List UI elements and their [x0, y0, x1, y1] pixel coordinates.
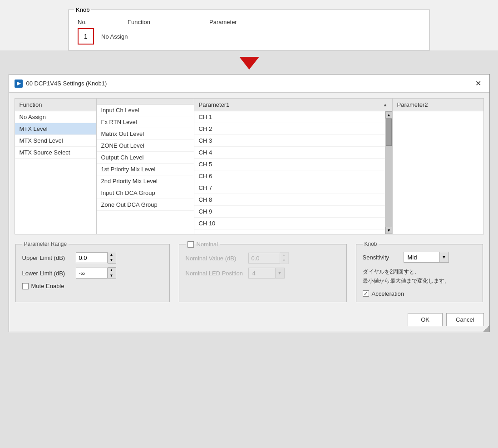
middle-item-input-ch-level[interactable]: Input Ch Level [97, 105, 194, 116]
knob-col-parameter: Parameter [209, 19, 237, 25]
dialog-titlebar: ▶ 00 DCP1V4S Settings (Knob1) ✕ [9, 75, 489, 93]
function-item-mtx-source-select[interactable]: MTX Source Select [15, 147, 96, 159]
function-list: No Assign MTX Level MTX Send Level MTX S… [15, 111, 96, 159]
knob-description: ダイヤルを2周回すと、 最小値から最大値まで変化します。 [363, 267, 476, 286]
param1-scrollbar: ▲ ▼ [385, 111, 392, 234]
lower-limit-label: Lower Limit (dB) [22, 270, 72, 277]
sensitivity-label: Sensitivity [363, 254, 399, 261]
param1-ch6[interactable]: CH 6 [194, 170, 385, 182]
upper-limit-spinners: ▲ ▼ [108, 252, 116, 264]
upper-limit-value[interactable] [76, 252, 108, 263]
lower-limit-input[interactable]: ▲ ▼ [76, 267, 116, 279]
param1-ch7[interactable]: CH 7 [194, 182, 385, 194]
mute-enable-row: Mute Enable [22, 283, 163, 289]
function-column: Function No Assign MTX Level MTX Send Le… [15, 99, 97, 234]
function-item-mtx-send-level[interactable]: MTX Send Level [15, 135, 96, 147]
upper-limit-label: Upper Limit (dB) [22, 254, 72, 261]
nominal-checkbox[interactable] [187, 241, 194, 248]
middle-column-header [97, 99, 194, 105]
acceleration-row: Acceleration [363, 290, 476, 297]
middle-item-1st-priority[interactable]: 1st Priority Mix Level [97, 164, 194, 175]
lower-limit-up[interactable]: ▲ [108, 268, 116, 273]
knob-number-cell[interactable]: 1 [78, 28, 94, 45]
lower-limit-spinners: ▲ ▼ [108, 267, 116, 279]
dialog-close-button[interactable]: ✕ [473, 78, 484, 89]
param1-ch3[interactable]: CH 3 [194, 135, 385, 147]
dialog-body: Function No Assign MTX Level MTX Send Le… [9, 93, 489, 308]
knob-col-function: Function [128, 19, 182, 25]
function-column-header: Function [15, 99, 96, 111]
middle-item-zone-out-dca[interactable]: Zone Out DCA Group [97, 199, 194, 211]
nominal-value-spinners: ▲ ▼ [280, 252, 289, 264]
scrollbar-down-btn[interactable]: ▼ [385, 227, 393, 234]
param2-column-header: Parameter2 [393, 99, 483, 111]
middle-item-matrix-out-level[interactable]: Matrix Out Level [97, 128, 194, 140]
param1-ch9[interactable]: CH 9 [194, 206, 385, 218]
middle-item-2nd-priority[interactable]: 2nd Priority Mix Level [97, 175, 194, 187]
cancel-button[interactable]: Cancel [446, 313, 483, 326]
down-arrow-icon [239, 57, 259, 70]
scrollbar-thumb[interactable] [386, 119, 392, 146]
middle-item-fx-rtn-level[interactable]: Fx RTN Level [97, 116, 194, 128]
knob-col-no: No. [78, 19, 100, 25]
param1-ch5[interactable]: CH 5 [194, 159, 385, 170]
param1-ch4[interactable]: CH 4 [194, 147, 385, 159]
nominal-value-input: ▲ ▼ [248, 252, 289, 264]
param-range-section: Parameter Range Upper Limit (dB) ▲ ▼ Low… [15, 241, 170, 302]
nominal-value-row: Nominal Value (dB) ▲ ▼ [186, 252, 340, 264]
down-arrow-section [0, 50, 498, 74]
upper-limit-down[interactable]: ▼ [108, 258, 116, 263]
upper-limit-input[interactable]: ▲ ▼ [76, 252, 116, 264]
nominal-led-dropdown-arrow: ▼ [276, 268, 285, 279]
dialog-icon: ▶ [15, 80, 23, 88]
nominal-value-label: Nominal Value (dB) [186, 255, 245, 262]
acceleration-checkbox[interactable] [363, 290, 369, 297]
param2-column: Parameter2 [393, 99, 483, 234]
middle-item-input-ch-dca[interactable]: Input Ch DCA Group [97, 187, 194, 199]
ok-button[interactable]: OK [408, 313, 443, 326]
knob-group-label: Knob [74, 6, 91, 13]
knob-function-value: No Assign [101, 33, 128, 40]
upper-limit-row: Upper Limit (dB) ▲ ▼ [22, 252, 163, 264]
nominal-title: Nominal [197, 241, 218, 248]
nominal-value-field [248, 253, 280, 264]
function-item-no-assign[interactable]: No Assign [15, 111, 96, 123]
sensitivity-select-wrapper: Mid ▼ [404, 252, 449, 263]
middle-column: Input Ch Level Fx RTN Level Matrix Out L… [97, 99, 194, 234]
middle-item-zone-out-level[interactable]: ZONE Out Level [97, 140, 194, 152]
param1-column-header: Parameter1 ▲ [194, 99, 392, 111]
lower-limit-down[interactable]: ▼ [108, 273, 116, 279]
knob-settings-section: Knob Sensitivity Mid ▼ ダイヤルを2周回すと、 最小値から… [356, 241, 483, 302]
sensitivity-row: Sensitivity Mid ▼ [363, 252, 476, 263]
acceleration-label: Acceleration [372, 290, 404, 297]
param1-ch1[interactable]: CH 1 [194, 111, 385, 123]
nominal-led-value: 4 [248, 268, 276, 279]
lower-limit-value[interactable] [76, 268, 108, 279]
middle-list: Input Ch Level Fx RTN Level Matrix Out L… [97, 105, 194, 211]
nominal-led-select: 4 ▼ [248, 268, 285, 279]
lower-limit-row: Lower Limit (dB) ▲ ▼ [22, 267, 163, 279]
scrollbar-track[interactable] [385, 119, 392, 227]
nominal-section: Nominal Nominal Value (dB) ▲ ▼ Nominal L… [179, 241, 347, 302]
param1-list: CH 1 CH 2 CH 3 CH 4 CH 5 CH 6 CH 7 CH 8 … [194, 111, 385, 234]
param-range-label: Parameter Range [22, 241, 69, 247]
mute-enable-checkbox[interactable] [22, 283, 29, 289]
upper-limit-up[interactable]: ▲ [108, 252, 116, 258]
bottom-controls: Parameter Range Upper Limit (dB) ▲ ▼ Low… [15, 241, 484, 302]
scrollbar-up-btn[interactable]: ▲ [385, 111, 393, 119]
param1-ch2[interactable]: CH 2 [194, 123, 385, 135]
knob-section-label: Knob [363, 241, 379, 247]
param1-ch8[interactable]: CH 8 [194, 194, 385, 206]
middle-item-output-ch-level[interactable]: Output Ch Level [97, 152, 194, 164]
resize-grip[interactable] [483, 325, 489, 332]
nominal-legend: Nominal [186, 241, 220, 248]
param1-sort-arrow: ▲ [383, 102, 388, 107]
nominal-led-label: Nominal LED Position [186, 270, 245, 277]
sensitivity-dropdown-btn[interactable]: ▼ [440, 252, 449, 263]
function-table: Function No Assign MTX Level MTX Send Le… [15, 98, 484, 234]
nominal-value-up: ▲ [280, 253, 288, 258]
function-item-mtx-level[interactable]: MTX Level [15, 123, 96, 135]
param1-ch10[interactable]: CH 10 [194, 218, 385, 229]
nominal-value-down: ▼ [280, 258, 288, 264]
settings-dialog: ▶ 00 DCP1V4S Settings (Knob1) ✕ Function… [9, 74, 490, 332]
